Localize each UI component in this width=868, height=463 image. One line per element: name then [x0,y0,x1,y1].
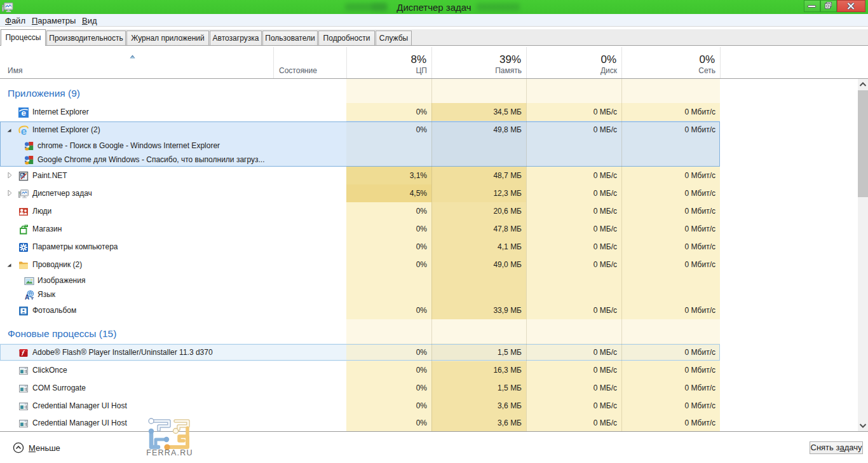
svg-text:А: А [25,294,29,300]
